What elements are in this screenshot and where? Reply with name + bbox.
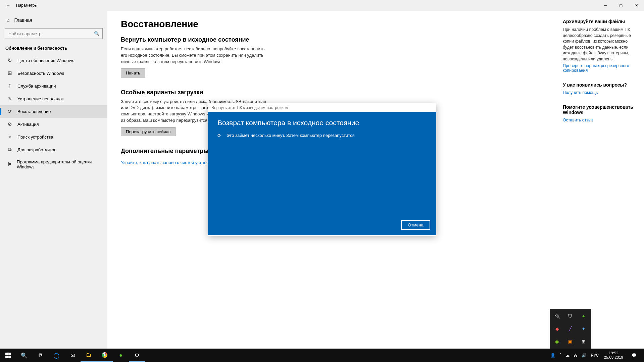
right-panel: Архивируйте ваши файлы При наличии пробл…: [557, 11, 644, 349]
search-button[interactable]: 🔍: [16, 349, 32, 362]
taskbar-app-skype[interactable]: ◯: [48, 349, 64, 362]
sidebar-item-label: Поиск устройства: [17, 135, 53, 140]
tray-icon-app4[interactable]: ▣: [565, 337, 575, 347]
tray-icon-app5[interactable]: ⊞: [579, 337, 589, 347]
dialog-message: Это займет несколько минут. Затем компью…: [227, 133, 355, 138]
sidebar-item-label: Служба архивации: [17, 84, 56, 89]
home-icon: ⌂: [7, 17, 9, 23]
clock-time: 19:52: [604, 351, 623, 355]
window-title: Параметры: [16, 3, 38, 8]
maximize-button[interactable]: ▢: [613, 0, 629, 11]
tray-icon-nvidia[interactable]: ◉: [552, 337, 562, 347]
taskbar-app-chrome[interactable]: [97, 349, 113, 362]
section-reset-text: Если ваш компьютер работает нестабильно,…: [121, 46, 268, 65]
back-button[interactable]: ←: [0, 3, 16, 8]
sidebar-item-insider[interactable]: ⚑ Программа предварительной оценки Windo…: [0, 156, 107, 173]
help-title: У вас появились вопросы?: [563, 82, 638, 88]
sidebar-item-label: Безопасность Windows: [17, 71, 64, 76]
dialog-heading: Возврат компьютера в исходное состояние: [217, 119, 427, 127]
home-label: Главная: [14, 17, 32, 23]
taskbar-app-utorrent[interactable]: ●: [113, 349, 129, 362]
clock[interactable]: 19:52 25.03.2019: [601, 351, 626, 360]
tray-icon-app1[interactable]: ◆: [552, 324, 562, 334]
svg-rect-1: [8, 353, 11, 355]
svg-rect-0: [5, 353, 8, 355]
taskbar-app-explorer[interactable]: 🗀: [81, 349, 97, 362]
volume-icon[interactable]: 🔊: [580, 353, 588, 358]
tray-icon-defender[interactable]: 🛡: [565, 311, 575, 321]
svg-rect-3: [8, 356, 11, 358]
tray-icon-app2[interactable]: ╱: [565, 324, 575, 334]
page-title: Восстановление: [121, 19, 543, 30]
taskbar: 🔍 ⧉ ◯ ✉ 🗀 ● ⚙ 👤 ˄ ☁ 🖧 🔊 РУС 19:52 25.03.…: [0, 349, 644, 362]
tray-icon-app3[interactable]: ✦: [579, 324, 589, 334]
tray-icon-usb[interactable]: 🔌: [552, 311, 562, 321]
search-icon: 🔍: [94, 31, 99, 36]
svg-point-7: [104, 354, 106, 356]
feedback-title: Помогите усовершенствовать Windows: [563, 104, 638, 115]
dialog-title: Вернуть этот ПК к заводским настройкам: [208, 103, 436, 112]
backup-text: При наличии проблем с вашим ПК целесообр…: [563, 27, 638, 62]
sidebar-item-activation[interactable]: ⊘ Активация: [0, 118, 107, 131]
people-icon[interactable]: 👤: [549, 353, 557, 358]
sidebar-item-update[interactable]: ↻ Центр обновления Windows: [0, 54, 107, 67]
tray-chevron-icon[interactable]: ˄: [558, 353, 563, 358]
wrench-icon: ✎: [7, 96, 13, 102]
clock-date: 25.03.2019: [604, 355, 623, 360]
home-button[interactable]: ⌂ Главная: [0, 14, 107, 26]
location-icon: ⌖: [7, 134, 13, 140]
help-link[interactable]: Получить помощь: [563, 90, 638, 95]
sidebar-item-label: Центр обновления Windows: [17, 58, 74, 63]
onedrive-icon[interactable]: ☁: [564, 353, 571, 358]
tray-icon-utorrent[interactable]: ●: [579, 311, 589, 321]
cancel-button[interactable]: Отмена: [401, 220, 430, 230]
sidebar-item-security[interactable]: ⊞ Безопасность Windows: [0, 67, 107, 80]
feedback-link[interactable]: Оставить отзыв: [563, 118, 638, 122]
code-icon: ⧉: [7, 147, 13, 153]
sidebar: ⌂ Главная 🔍 Обновление и безопасность ↻ …: [0, 11, 107, 349]
upload-icon: ⤒: [7, 83, 13, 89]
task-view-button[interactable]: ⧉: [32, 349, 48, 362]
minimize-button[interactable]: ─: [598, 0, 613, 11]
sidebar-section: Обновление и безопасность: [0, 43, 107, 54]
sidebar-item-backup[interactable]: ⤒ Служба архивации: [0, 80, 107, 92]
language-indicator[interactable]: РУС: [589, 353, 600, 358]
taskbar-app-mail[interactable]: ✉: [64, 349, 81, 362]
search-input[interactable]: [5, 28, 103, 39]
refresh-icon: ⟳: [7, 108, 13, 114]
sidebar-item-find-device[interactable]: ⌖ Поиск устройства: [0, 131, 107, 143]
reset-dialog: Вернуть этот ПК к заводским настройкам В…: [208, 103, 436, 236]
sidebar-item-label: Активация: [17, 122, 39, 127]
sidebar-item-label: Для разработчиков: [17, 147, 56, 152]
spinner-icon: ⟳: [217, 133, 221, 138]
backup-link[interactable]: Проверьте параметры резервного копирован…: [563, 63, 638, 73]
section-boot-title: Особые варианты загрузки: [121, 89, 543, 96]
sidebar-item-recovery[interactable]: ⟳ Восстановление: [0, 105, 107, 118]
action-center-button[interactable]: 💬: [627, 353, 641, 358]
restart-now-button[interactable]: Перезагрузить сейчас: [121, 127, 176, 136]
network-icon[interactable]: 🖧: [572, 353, 579, 358]
start-button[interactable]: Начать: [121, 68, 145, 77]
taskbar-app-settings[interactable]: ⚙: [129, 349, 145, 362]
sync-icon: ↻: [7, 57, 13, 63]
flag-icon: ⚑: [7, 161, 12, 167]
sidebar-item-developers[interactable]: ⧉ Для разработчиков: [0, 143, 107, 156]
sidebar-item-label: Программа предварительной оценки Windows: [17, 159, 101, 169]
tray-overflow: 🔌 🛡 ● ◆ ╱ ✦ ◉ ▣ ⊞: [550, 309, 591, 349]
shield-icon: ⊞: [7, 70, 13, 76]
window-titlebar: ← Параметры ─ ▢ ✕: [0, 0, 644, 11]
section-reset-title: Вернуть компьютер в исходное состояние: [121, 36, 543, 43]
svg-rect-2: [5, 356, 8, 358]
sidebar-item-label: Восстановление: [17, 109, 51, 114]
backup-title: Архивируйте ваши файлы: [563, 19, 638, 24]
sidebar-item-label: Устранение неполадок: [17, 96, 64, 101]
start-menu-button[interactable]: [0, 349, 16, 362]
check-icon: ⊘: [7, 121, 13, 127]
sidebar-item-troubleshoot[interactable]: ✎ Устранение неполадок: [0, 92, 107, 105]
close-button[interactable]: ✕: [629, 0, 644, 11]
